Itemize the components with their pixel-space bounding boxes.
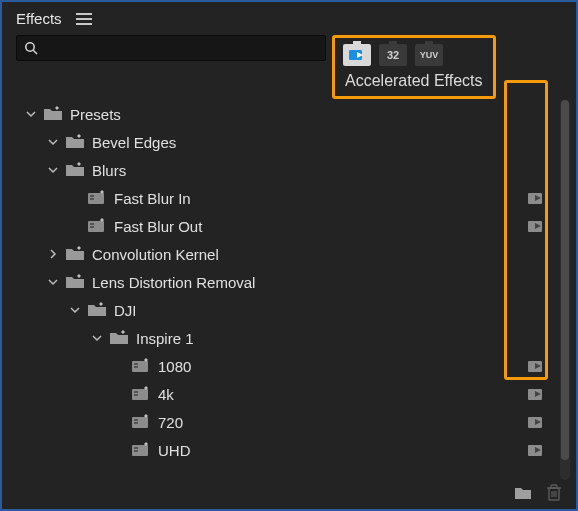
- tree-folder-convolution-kernel[interactable]: Convolution Kernel: [12, 240, 552, 268]
- preset-icon: [130, 442, 152, 458]
- chevron-down-icon[interactable]: [24, 107, 38, 121]
- accelerated-icon: [524, 218, 548, 234]
- vertical-scrollbar[interactable]: [560, 100, 570, 480]
- svg-rect-31: [134, 394, 138, 396]
- accelerated-icon: [524, 414, 548, 430]
- svg-point-0: [26, 43, 34, 51]
- tree-folder-bevel-edges[interactable]: Bevel Edges: [12, 128, 552, 156]
- tree-item-uhd[interactable]: UHD: [12, 436, 552, 464]
- chevron-down-icon[interactable]: [68, 303, 82, 317]
- scrollbar-thumb[interactable]: [561, 100, 569, 460]
- tree-folder-dji[interactable]: DJI: [12, 296, 552, 324]
- chevron-down-icon[interactable]: [90, 331, 104, 345]
- svg-rect-24: [134, 363, 138, 365]
- bin-icon: [64, 162, 86, 178]
- preset-icon: [86, 190, 108, 206]
- tree-label: Fast Blur Out: [114, 218, 524, 235]
- yuv-badge-icon[interactable]: YUV: [415, 44, 443, 66]
- effects-panel: Effects 32 YUV: [0, 0, 578, 511]
- bin-icon: [64, 134, 86, 150]
- svg-rect-30: [134, 391, 138, 393]
- accelerated-icon: [524, 386, 548, 402]
- tree-label: Blurs: [92, 162, 524, 179]
- svg-marker-19: [77, 246, 81, 250]
- tree-label: DJI: [114, 302, 524, 319]
- svg-marker-6: [77, 162, 81, 166]
- tree-item-fast-blur-in[interactable]: Fast Blur In: [12, 184, 552, 212]
- tree-item-fast-blur-out[interactable]: Fast Blur Out: [12, 212, 552, 240]
- accelerated-icon: [524, 358, 548, 374]
- effects-tree: Presets Bevel Edges Blurs Fast Blur In F…: [12, 100, 552, 479]
- accelerated-tooltip: Accelerated Effects: [341, 72, 487, 90]
- tree-label: Inspire 1: [136, 330, 524, 347]
- tree-label: Presets: [70, 106, 524, 123]
- svg-rect-36: [134, 419, 138, 421]
- svg-rect-9: [90, 198, 94, 200]
- tree-folder-inspire1[interactable]: Inspire 1: [12, 324, 552, 352]
- svg-marker-22: [121, 330, 125, 334]
- svg-rect-25: [134, 366, 138, 368]
- accelerated-icon: [524, 442, 548, 458]
- tree-label: Lens Distortion Removal: [92, 274, 524, 291]
- tree-label: Bevel Edges: [92, 134, 524, 151]
- filter-badges: 32 YUV: [341, 40, 487, 68]
- chevron-down-icon[interactable]: [46, 163, 60, 177]
- svg-line-1: [33, 50, 37, 54]
- tree-label: Fast Blur In: [114, 190, 524, 207]
- tree-label: 1080: [158, 358, 524, 375]
- svg-marker-5: [77, 134, 81, 138]
- tree-label: 4k: [158, 386, 524, 403]
- preset-icon: [130, 414, 152, 430]
- 32bit-badge-label: 32: [387, 49, 399, 61]
- svg-marker-4: [55, 106, 59, 110]
- panel-footer: [514, 484, 562, 505]
- chevron-right-icon[interactable]: [46, 247, 60, 261]
- tree-folder-blurs[interactable]: Blurs: [12, 156, 552, 184]
- chevron-down-icon[interactable]: [46, 135, 60, 149]
- bin-icon: [64, 274, 86, 290]
- tree-label: Convolution Kernel: [92, 246, 524, 263]
- preset-icon: [86, 218, 108, 234]
- panel-title: Effects: [16, 10, 62, 27]
- svg-rect-37: [134, 422, 138, 424]
- tree-label: UHD: [158, 442, 524, 459]
- search-box[interactable]: [16, 35, 326, 61]
- svg-rect-14: [90, 223, 94, 225]
- svg-marker-21: [99, 302, 103, 306]
- chevron-down-icon[interactable]: [46, 275, 60, 289]
- 32bit-badge-icon[interactable]: 32: [379, 44, 407, 66]
- svg-marker-20: [77, 274, 81, 278]
- svg-rect-15: [90, 226, 94, 228]
- search-input[interactable]: [39, 40, 319, 56]
- panel-menu-icon[interactable]: [76, 13, 92, 25]
- bin-icon: [86, 302, 108, 318]
- accelerated-badge-icon[interactable]: [343, 44, 371, 66]
- bin-icon: [42, 106, 64, 122]
- tree-label: 720: [158, 414, 524, 431]
- search-icon: [23, 40, 39, 56]
- accelerated-icon: [524, 190, 548, 206]
- svg-rect-43: [134, 450, 138, 452]
- filter-badge-highlight: 32 YUV Accelerated Effects: [332, 35, 496, 99]
- tree-folder-lens-distortion-removal[interactable]: Lens Distortion Removal: [12, 268, 552, 296]
- panel-header: Effects: [2, 2, 576, 33]
- tree-item-720[interactable]: 720: [12, 408, 552, 436]
- svg-rect-8: [90, 195, 94, 197]
- tree-item-1080[interactable]: 1080: [12, 352, 552, 380]
- bin-icon: [108, 330, 130, 346]
- tree-folder-presets[interactable]: Presets: [12, 100, 552, 128]
- tree-item-4k[interactable]: 4k: [12, 380, 552, 408]
- svg-rect-42: [134, 447, 138, 449]
- yuv-badge-label: YUV: [420, 50, 439, 60]
- preset-icon: [130, 386, 152, 402]
- search-row: 32 YUV Accelerated Effects: [2, 33, 576, 99]
- bin-icon: [64, 246, 86, 262]
- preset-icon: [130, 358, 152, 374]
- new-bin-icon[interactable]: [514, 485, 532, 504]
- delete-icon[interactable]: [546, 484, 562, 505]
